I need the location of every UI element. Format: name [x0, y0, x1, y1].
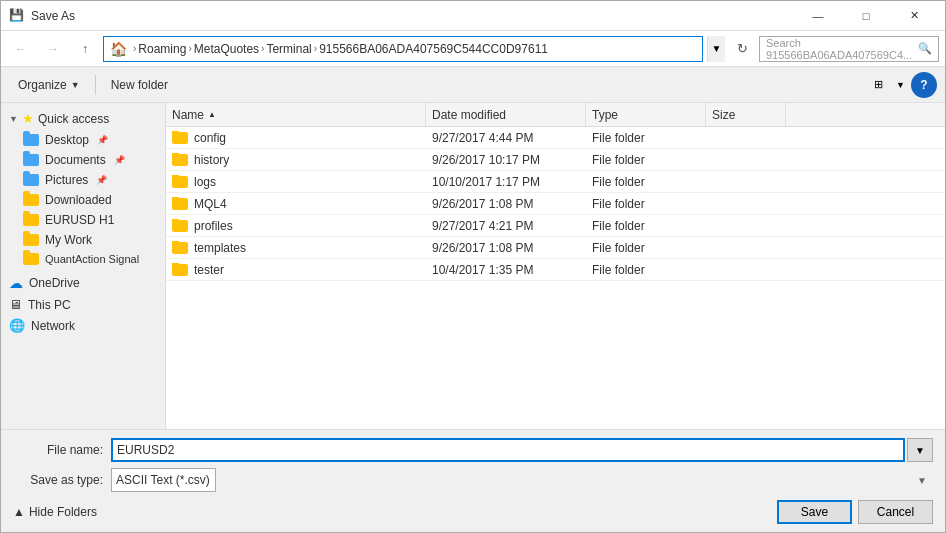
file-area: Name ▲ Date modified Type Size config — [166, 103, 945, 429]
col-name-label: Name — [172, 108, 204, 122]
toolbar: Organize ▼ New folder ⊞ ▼ ? — [1, 67, 945, 103]
sidebar-mywork-label: My Work — [45, 233, 92, 247]
savetype-wrapper: ASCII Text (*.csv) ▼ — [111, 468, 933, 492]
tester-folder-icon — [172, 264, 188, 276]
sidebar-item-network[interactable]: 🌐 Network — [1, 315, 165, 336]
path-dropdown-button[interactable]: ▼ — [707, 36, 725, 62]
toolbar-separator — [95, 75, 96, 95]
sidebar-downloaded-label: Downloaded — [45, 193, 112, 207]
sidebar-network-label: Network — [31, 319, 75, 333]
sidebar-item-quantaction[interactable]: QuantAction Signal — [1, 250, 165, 268]
path-roaming: Roaming — [138, 42, 186, 56]
file-name-mql4: MQL4 — [166, 197, 426, 211]
quick-access-section: ▼ ★ Quick access Desktop 📌 Documents 📌 P… — [1, 107, 165, 268]
bottom-area: File name: ▼ Save as type: ASCII Text (*… — [1, 429, 945, 532]
sidebar-item-onedrive[interactable]: ☁ OneDrive — [1, 272, 165, 294]
new-folder-button[interactable]: New folder — [102, 72, 177, 98]
sidebar-eurusd-label: EURUSD H1 — [45, 213, 114, 227]
minimize-button[interactable]: — — [795, 1, 841, 31]
search-box[interactable]: Search 915566BA06ADA407569C4... 🔍 — [759, 36, 939, 62]
sidebar-item-documents[interactable]: Documents 📌 — [1, 150, 165, 170]
table-row[interactable]: config 9/27/2017 4:44 PM File folder — [166, 127, 945, 149]
table-row[interactable]: templates 9/26/2017 1:08 PM File folder — [166, 237, 945, 259]
hide-folders-arrow-icon: ▲ — [13, 505, 25, 519]
filename-row: File name: ▼ — [13, 438, 933, 462]
file-name-templates: templates — [166, 241, 426, 255]
save-button[interactable]: Save — [777, 500, 852, 524]
eurusd-folder-icon — [23, 214, 39, 226]
col-header-date[interactable]: Date modified — [426, 103, 586, 126]
sidebar-item-desktop[interactable]: Desktop 📌 — [1, 130, 165, 150]
file-list-header: Name ▲ Date modified Type Size — [166, 103, 945, 127]
sidebar-item-pictures[interactable]: Pictures 📌 — [1, 170, 165, 190]
main-area: ▼ ★ Quick access Desktop 📌 Documents 📌 P… — [1, 103, 945, 429]
pictures-pin-icon: 📌 — [96, 175, 107, 185]
file-name-profiles: profiles — [166, 219, 426, 233]
quick-access-header[interactable]: ▼ ★ Quick access — [1, 107, 165, 130]
downloaded-folder-icon — [23, 194, 39, 206]
new-folder-label: New folder — [111, 78, 168, 92]
network-icon: 🌐 — [9, 318, 25, 333]
view-toggle-button[interactable]: ⊞ — [864, 72, 892, 98]
savetype-row: Save as type: ASCII Text (*.csv) ▼ — [13, 468, 933, 492]
table-row[interactable]: MQL4 9/26/2017 1:08 PM File folder — [166, 193, 945, 215]
quick-access-arrow: ▼ — [9, 114, 18, 124]
table-row[interactable]: history 9/26/2017 10:17 PM File folder — [166, 149, 945, 171]
help-button[interactable]: ? — [911, 72, 937, 98]
title-bar: 💾 Save As — □ ✕ — [1, 1, 945, 31]
sidebar-item-eurusd[interactable]: EURUSD H1 — [1, 210, 165, 230]
col-header-name[interactable]: Name ▲ — [166, 103, 426, 126]
filename-dropdown-button[interactable]: ▼ — [907, 438, 933, 462]
templates-folder-icon — [172, 242, 188, 254]
cancel-button[interactable]: Cancel — [858, 500, 933, 524]
address-path[interactable]: 🏠 › Roaming › MetaQuotes › Terminal › 91… — [103, 36, 703, 62]
window-controls: — □ ✕ — [795, 1, 937, 31]
config-folder-icon — [172, 132, 188, 144]
desktop-folder-icon — [23, 134, 39, 146]
history-folder-icon — [172, 154, 188, 166]
col-size-label: Size — [712, 108, 735, 122]
thispc-icon: 🖥 — [9, 297, 22, 312]
file-name-config: config — [166, 131, 426, 145]
sidebar-documents-label: Documents — [45, 153, 106, 167]
table-row[interactable]: profiles 9/27/2017 4:21 PM File folder — [166, 215, 945, 237]
pictures-folder-icon — [23, 174, 39, 186]
up-button[interactable]: ↑ — [71, 35, 99, 63]
forward-button[interactable]: → — [39, 35, 67, 63]
file-name-history: history — [166, 153, 426, 167]
refresh-button[interactable]: ↻ — [729, 36, 755, 62]
documents-folder-icon — [23, 154, 39, 166]
savetype-select[interactable]: ASCII Text (*.csv) — [111, 468, 216, 492]
profiles-folder-icon — [172, 220, 188, 232]
quantaction-folder-icon — [23, 253, 39, 265]
mql4-folder-icon — [172, 198, 188, 210]
cancel-button-label: Cancel — [877, 505, 914, 519]
path-guid: 915566BA06ADA407569C544CC0D97611 — [319, 42, 548, 56]
save-as-dialog: 💾 Save As — □ ✕ ← → ↑ 🏠 › Roaming › Meta… — [0, 0, 946, 533]
organize-button[interactable]: Organize ▼ — [9, 72, 89, 98]
sidebar-onedrive-label: OneDrive — [29, 276, 80, 290]
col-header-size[interactable]: Size — [706, 103, 786, 126]
sidebar: ▼ ★ Quick access Desktop 📌 Documents 📌 P… — [1, 103, 166, 429]
quick-access-star-icon: ★ — [22, 111, 34, 126]
close-button[interactable]: ✕ — [891, 1, 937, 31]
sidebar-item-thispc[interactable]: 🖥 This PC — [1, 294, 165, 315]
organize-label: Organize — [18, 78, 67, 92]
back-button[interactable]: ← — [7, 35, 35, 63]
search-placeholder: Search 915566BA06ADA407569C4... — [766, 37, 914, 61]
col-header-type[interactable]: Type — [586, 103, 706, 126]
logs-folder-icon — [172, 176, 188, 188]
filename-input[interactable] — [111, 438, 905, 462]
address-bar: ← → ↑ 🏠 › Roaming › MetaQuotes › Termina… — [1, 31, 945, 67]
table-row[interactable]: logs 10/10/2017 1:17 PM File folder — [166, 171, 945, 193]
sidebar-item-downloaded[interactable]: Downloaded — [1, 190, 165, 210]
savetype-label: Save as type: — [13, 473, 103, 487]
organize-dropdown-icon: ▼ — [71, 80, 80, 90]
hide-folders-toggle[interactable]: ▲ Hide Folders — [13, 503, 97, 519]
maximize-button[interactable]: □ — [843, 1, 889, 31]
sidebar-item-mywork[interactable]: My Work — [1, 230, 165, 250]
table-row[interactable]: tester 10/4/2017 1:35 PM File folder — [166, 259, 945, 281]
file-name-tester: tester — [166, 263, 426, 277]
savetype-dropdown-icon: ▼ — [917, 475, 927, 486]
search-icon: 🔍 — [918, 42, 932, 55]
